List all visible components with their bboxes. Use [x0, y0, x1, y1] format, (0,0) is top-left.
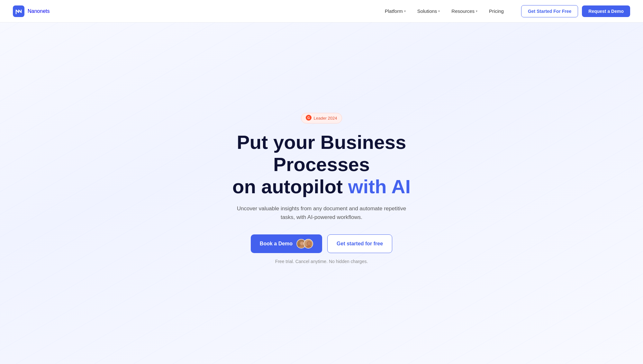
logo-link[interactable]: Nanonets: [13, 5, 50, 17]
get-started-button[interactable]: Get Started For Free: [521, 5, 578, 17]
svg-point-8: [307, 242, 311, 245]
chevron-down-icon: ▾: [476, 9, 477, 13]
request-demo-button[interactable]: Request a Demo: [582, 5, 630, 17]
nav-resources[interactable]: Resources ▾: [447, 6, 482, 16]
svg-point-7: [306, 245, 312, 249]
chevron-down-icon: ▾: [404, 9, 406, 13]
chevron-down-icon: ▾: [438, 9, 440, 13]
badge-label: Leader 2024: [313, 116, 337, 121]
avatar: [303, 239, 313, 249]
navbar: Nanonets Platform ▾ Solutions ▾ Resource…: [0, 0, 643, 23]
hero-section: G Leader 2024 Put your Business Processe…: [0, 0, 643, 364]
svg-point-5: [300, 242, 303, 245]
g2-badge: G Leader 2024: [301, 113, 342, 123]
get-started-free-button[interactable]: Get started for free: [327, 234, 392, 253]
demo-avatars: [296, 239, 313, 249]
nav-pricing[interactable]: Pricing: [485, 6, 508, 16]
book-demo-button[interactable]: Book a Demo: [251, 234, 322, 253]
hero-note: Free trial. Cancel anytime. No hidden ch…: [275, 259, 368, 264]
hero-buttons: Book a Demo: [251, 234, 392, 253]
nav-links: Platform ▾ Solutions ▾ Resources ▾ Prici…: [380, 6, 508, 16]
nav-platform[interactable]: Platform ▾: [380, 6, 410, 16]
logo-text: Nanonets: [28, 8, 50, 14]
nav-solutions[interactable]: Solutions ▾: [413, 6, 445, 16]
hero-title: Put your Business Processes on autopilot…: [199, 131, 444, 198]
hero-subtitle: Uncover valuable insights from any docum…: [231, 204, 412, 222]
nanonets-logo-icon: [13, 5, 24, 17]
g2-icon: G: [306, 115, 312, 122]
svg-text:G: G: [308, 116, 310, 120]
nav-actions: Get Started For Free Request a Demo: [521, 5, 630, 17]
